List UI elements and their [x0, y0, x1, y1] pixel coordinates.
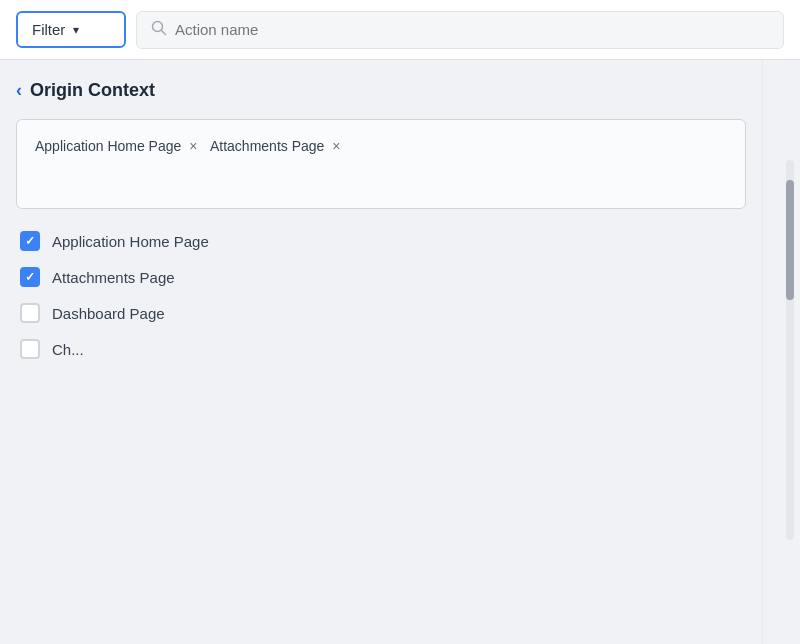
chevron-down-icon: ▾ — [73, 23, 79, 37]
scrollbar-panel — [762, 60, 800, 644]
list-item[interactable]: Ch... — [20, 339, 742, 359]
scrollbar-track — [786, 160, 794, 540]
tag-remove-application-home-page[interactable]: × — [189, 138, 197, 154]
back-arrow-icon[interactable]: ‹ — [16, 80, 22, 101]
checkbox-application-home-page[interactable]: ✓ — [20, 231, 40, 251]
tag-attachments-page: Attachments Page × — [206, 132, 345, 160]
checkbox-label-ch: Ch... — [52, 341, 84, 358]
list-item[interactable]: ✓ Attachments Page — [20, 267, 742, 287]
scrollbar-thumb[interactable] — [786, 180, 794, 300]
filter-button[interactable]: Filter ▾ — [16, 11, 126, 48]
tag-application-home-page: Application Home Page × — [31, 132, 202, 160]
svg-line-1 — [162, 30, 166, 34]
checkbox-dashboard-page[interactable] — [20, 303, 40, 323]
page-wrapper: Filter ▾ ‹ Origin Context Appl — [0, 0, 800, 644]
checkbox-list: ✓ Application Home Page ✓ Attachments Pa… — [16, 231, 746, 359]
checkbox-label-application-home-page: Application Home Page — [52, 233, 209, 250]
checkbox-label-attachments-page: Attachments Page — [52, 269, 175, 286]
filter-label: Filter — [32, 21, 65, 38]
list-item[interactable]: Dashboard Page — [20, 303, 742, 323]
top-bar: Filter ▾ — [0, 0, 800, 60]
search-icon — [151, 20, 167, 40]
selected-tags-box: Application Home Page × Attachments Page… — [16, 119, 746, 209]
checkbox-attachments-page[interactable]: ✓ — [20, 267, 40, 287]
tag-text: Application Home Page — [35, 138, 181, 154]
origin-context-header: ‹ Origin Context — [16, 80, 746, 101]
checkmark-icon: ✓ — [25, 234, 35, 248]
list-item[interactable]: ✓ Application Home Page — [20, 231, 742, 251]
checkbox-ch[interactable] — [20, 339, 40, 359]
action-name-input[interactable] — [175, 21, 769, 38]
tag-text: Attachments Page — [210, 138, 324, 154]
checkmark-icon: ✓ — [25, 270, 35, 284]
origin-context-title: Origin Context — [30, 80, 155, 101]
search-bar — [136, 11, 784, 49]
checkbox-label-dashboard-page: Dashboard Page — [52, 305, 165, 322]
tag-remove-attachments-page[interactable]: × — [332, 138, 340, 154]
